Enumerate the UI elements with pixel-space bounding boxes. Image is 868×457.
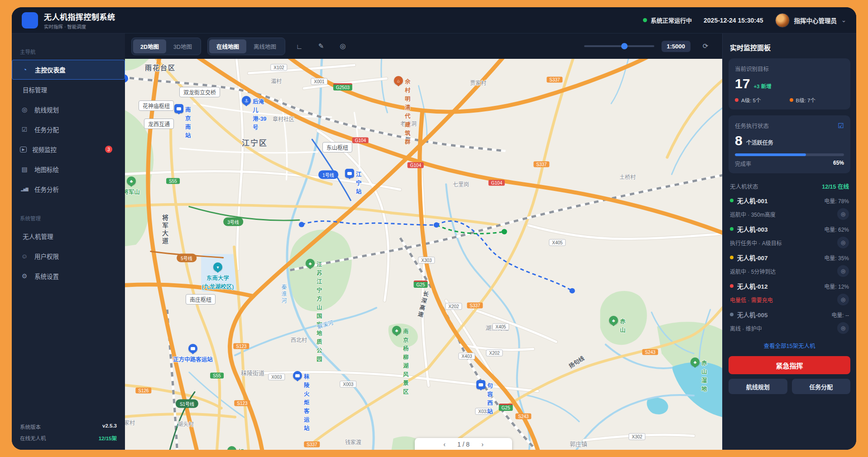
map-canvas[interactable]: 雨花台区江宁区湄村贾家村老虎洞章村社区七里岗土桥村西北村湖熟街道秣陵街道湖头村钱… <box>125 59 722 450</box>
drone-view-button[interactable]: ◎ <box>837 265 849 277</box>
sidebar-item-目标管理[interactable]: 目标管理 <box>12 80 125 100</box>
zoom-slider[interactable] <box>584 45 654 47</box>
emergency-command-button[interactable]: 紧急指挥 <box>729 356 850 374</box>
checkbox-icon[interactable]: ☑ <box>838 122 844 130</box>
drone-name: 无人机-001 <box>737 196 768 205</box>
measure-button[interactable]: ∟ <box>292 39 307 53</box>
sidebar-item-主控仪表盘[interactable]: ◔主控仪表盘 <box>12 60 125 80</box>
pencil-icon: ✎ <box>318 42 324 50</box>
toggle-3d-map[interactable]: 3D地图 <box>166 39 199 53</box>
targets-card: 当前识别目标 17 +3 新增 A级: 5个 B级: 7个 <box>729 58 850 109</box>
drone-name: 无人机-007 <box>737 253 768 262</box>
sidebar-item-label: 目标管理 <box>23 85 47 94</box>
tasks-progress-fill <box>735 153 806 156</box>
sidebar-item-航线规划[interactable]: ◎航线规划 <box>12 100 125 119</box>
sidebar: 主导航 ◔主控仪表盘目标管理◎航线规划☑任务分配▶视频监控3▤地图标绘▂▅▇任务… <box>12 33 125 450</box>
settings-icon: ⚙ <box>20 272 29 280</box>
drone-waypoint[interactable] <box>299 222 304 227</box>
sidebar-section-admin: 系统管理 <box>12 214 125 222</box>
campus-area <box>201 254 237 292</box>
route-icon: ◎ <box>20 106 29 113</box>
drone-waypoint[interactable] <box>502 229 507 234</box>
a-level-text: A级: 5个 <box>741 96 761 104</box>
sidebar-item-系统设置[interactable]: ⚙系统设置 <box>12 266 125 286</box>
tasks-count: 8 <box>735 134 743 148</box>
toggle-online-map[interactable]: 在线地图 <box>209 39 246 53</box>
video-icon: ▶ <box>20 147 27 152</box>
sidebar-item-label: 主控仪表盘 <box>35 65 66 74</box>
drone-status-text: 电量低 · 需要充电 <box>730 296 773 304</box>
toggle-2d-map[interactable]: 2D地图 <box>133 39 166 53</box>
chevron-down-icon: ⌄ <box>841 17 846 24</box>
map-station-dot <box>125 75 128 83</box>
map-dimension-toggle: 2D地图 3D地图 <box>131 38 201 55</box>
eye-icon: ◎ <box>841 239 845 246</box>
route-planning-button[interactable]: 航线规划 <box>729 379 787 394</box>
sidebar-item-任务分配[interactable]: ☑任务分配 <box>12 119 125 139</box>
drone-row: 无人机-012电量: 12%电量低 · 需要充电◎ <box>723 277 856 305</box>
clock: 2025-12-24 15:30:45 <box>704 17 763 24</box>
sidebar-item-地图标绘[interactable]: ▤地图标绘 <box>12 159 125 179</box>
sidebar-item-无人机管理[interactable]: 无人机管理 <box>12 226 125 246</box>
sidebar-nav: ◔主控仪表盘目标管理◎航线规划☑任务分配▶视频监控3▤地图标绘▂▅▇任务分析 <box>12 60 125 199</box>
locate-button[interactable]: ◎ <box>335 39 350 53</box>
map-scale: 1:5000 <box>662 41 691 52</box>
sidebar-admin: 无人机管理☺用户权限⚙系统设置 <box>12 226 125 286</box>
page-next-button[interactable]: › <box>481 441 484 448</box>
drone-list: 无人机-001电量: 78%巡航中 · 350m高度◎无人机-003电量: 62… <box>723 191 856 334</box>
map-lakes <box>647 362 722 418</box>
targets-b-level: B级: 7个 <box>790 96 844 104</box>
targets-a-level: A级: 5个 <box>735 96 790 104</box>
version-value: v2.5.3 <box>102 423 117 430</box>
rate-value: 65% <box>833 160 844 167</box>
rate-label: 完成率 <box>735 160 751 167</box>
sidebar-item-用户权限[interactable]: ☺用户权限 <box>12 246 125 266</box>
targets-label: 当前识别目标 <box>735 64 844 73</box>
page-prev-button[interactable]: ‹ <box>443 441 446 448</box>
drone-view-button[interactable]: ◎ <box>837 208 849 220</box>
sidebar-item-任务分析[interactable]: ▂▅▇任务分析 <box>12 179 125 199</box>
eye-icon: ◎ <box>841 268 845 274</box>
app-titles: 无人机指挥控制系统 实时指挥 · 智能调度 <box>44 11 115 30</box>
drone-name: 无人机-012 <box>737 281 768 290</box>
app-header: 无人机指挥控制系统 实时指挥 · 智能调度 系统正常运行中 2025-12-24… <box>12 7 856 33</box>
drone-battery: 电量: 35% <box>824 254 849 262</box>
sidebar-item-label: 任务分析 <box>34 185 59 194</box>
drone-waypoint[interactable] <box>570 288 575 294</box>
drone-status-dot <box>730 284 734 288</box>
drones-label: 无人机状态 <box>730 182 758 190</box>
tasks-unit: 个活跃任务 <box>746 138 773 148</box>
view-all-link[interactable]: 查看全部15架无人机 <box>723 341 856 350</box>
drone-status-text: 返航中 · 5分钟到达 <box>730 267 776 275</box>
user-menu[interactable]: 指挥中心管理员 ⌄ <box>775 13 846 28</box>
sidebar-item-label: 用户权限 <box>34 252 59 261</box>
task-assign-button[interactable]: 任务分配 <box>792 379 851 394</box>
sidebar-item-视频监控[interactable]: ▶视频监控3 <box>12 139 125 159</box>
drone-view-button[interactable]: ◎ <box>837 322 849 334</box>
zoom-slider-thumb[interactable] <box>621 43 628 49</box>
toggle-offline-map[interactable]: 离线地图 <box>246 39 283 53</box>
drone-status-dot <box>730 256 734 259</box>
app-title: 无人机指挥控制系统 <box>44 11 115 22</box>
avatar[interactable] <box>775 13 790 28</box>
map-draw-icon: ▤ <box>20 166 29 173</box>
drone-row: 无人机-001电量: 78%巡航中 · 350m高度◎ <box>723 191 856 220</box>
main-area: 2D地图 3D地图 在线地图 离线地图 ∟ ✎ ◎ 1:5000 ⟳ <box>125 33 722 450</box>
notification-badge: 3 <box>105 146 112 153</box>
map-svg <box>125 59 722 450</box>
sidebar-item-label: 航线规划 <box>34 105 59 114</box>
refresh-button[interactable]: ⟳ <box>698 39 713 53</box>
version-label: 系统版本 <box>20 423 41 430</box>
drone-status-dot <box>730 227 734 231</box>
drones-header: 无人机状态 12/15 在线 <box>723 179 856 191</box>
user-icon: ☺ <box>20 252 29 260</box>
drone-waypoint[interactable] <box>434 222 439 228</box>
app-subtitle: 实时指挥 · 智能调度 <box>44 23 115 30</box>
eye-icon: ◎ <box>841 325 845 331</box>
tasks-card: 任务执行状态 ☑ 8 个活跃任务 完成率 65% <box>729 115 850 173</box>
sidebar-item-label: 系统设置 <box>34 271 59 281</box>
draw-button[interactable]: ✎ <box>313 39 329 53</box>
map-rivers <box>189 59 722 450</box>
drone-view-button[interactable]: ◎ <box>837 237 849 248</box>
drone-view-button[interactable]: ◎ <box>837 294 849 305</box>
